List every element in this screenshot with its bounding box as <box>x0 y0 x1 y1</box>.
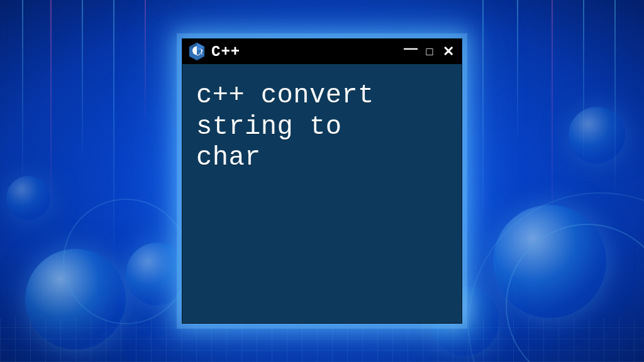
svg-text:+: + <box>201 52 203 55</box>
close-button[interactable]: ✕ <box>441 45 455 58</box>
minimize-button[interactable]: — <box>404 41 418 55</box>
window-title: C++ <box>211 43 397 60</box>
titlebar[interactable]: + + C++ — □ ✕ <box>182 39 462 64</box>
cpp-logo-icon: + + <box>189 42 205 61</box>
terminal-content: c++ convert string to char <box>182 64 462 190</box>
maximize-button[interactable]: □ <box>423 46 436 57</box>
terminal-text: c++ convert string to char <box>196 80 448 174</box>
window-controls: — □ ✕ <box>404 45 455 58</box>
terminal-window: + + C++ — □ ✕ c++ convert string to char <box>182 38 462 324</box>
